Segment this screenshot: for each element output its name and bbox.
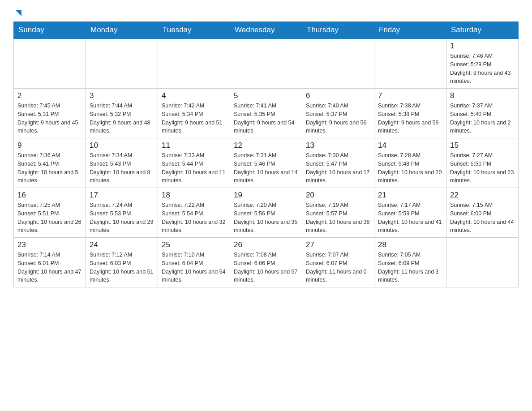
day-number: 18 bbox=[162, 191, 226, 200]
day-info: Sunrise: 7:15 AMSunset: 6:00 PMDaylight:… bbox=[450, 201, 515, 235]
column-header-tuesday: Tuesday bbox=[158, 22, 230, 39]
calendar-cell bbox=[14, 39, 86, 89]
day-number: 13 bbox=[306, 141, 370, 150]
calendar-cell: 11Sunrise: 7:33 AMSunset: 5:44 PMDayligh… bbox=[158, 138, 230, 188]
day-info: Sunrise: 7:30 AMSunset: 5:47 PMDaylight:… bbox=[306, 151, 370, 185]
column-header-friday: Friday bbox=[374, 22, 446, 39]
day-info: Sunrise: 7:42 AMSunset: 5:34 PMDaylight:… bbox=[162, 102, 226, 135]
calendar-week-row: 9Sunrise: 7:36 AMSunset: 5:41 PMDaylight… bbox=[14, 138, 519, 188]
calendar-cell: 20Sunrise: 7:19 AMSunset: 5:57 PMDayligh… bbox=[302, 188, 374, 238]
calendar-week-row: 23Sunrise: 7:14 AMSunset: 6:01 PMDayligh… bbox=[14, 238, 519, 287]
logo-triangle-icon bbox=[14, 9, 22, 17]
calendar-cell bbox=[86, 39, 158, 89]
day-info: Sunrise: 7:17 AMSunset: 5:59 PMDaylight:… bbox=[378, 201, 442, 235]
calendar-cell: 25Sunrise: 7:10 AMSunset: 6:04 PMDayligh… bbox=[158, 238, 230, 287]
svg-marker-0 bbox=[15, 10, 21, 16]
day-number: 11 bbox=[162, 141, 226, 150]
calendar-cell: 9Sunrise: 7:36 AMSunset: 5:41 PMDaylight… bbox=[14, 138, 86, 188]
day-info: Sunrise: 7:40 AMSunset: 5:37 PMDaylight:… bbox=[306, 102, 370, 135]
day-number: 23 bbox=[17, 240, 82, 249]
day-info: Sunrise: 7:08 AMSunset: 6:06 PMDaylight:… bbox=[234, 251, 298, 284]
day-info: Sunrise: 7:46 AMSunset: 5:29 PMDaylight:… bbox=[450, 52, 515, 86]
day-number: 22 bbox=[450, 191, 515, 200]
day-number: 7 bbox=[378, 91, 442, 100]
day-info: Sunrise: 7:10 AMSunset: 6:04 PMDaylight:… bbox=[162, 251, 226, 284]
day-number: 26 bbox=[234, 240, 298, 249]
day-number: 4 bbox=[162, 91, 226, 100]
day-info: Sunrise: 7:34 AMSunset: 5:43 PMDaylight:… bbox=[90, 151, 154, 185]
day-number: 14 bbox=[378, 141, 442, 150]
day-number: 10 bbox=[90, 141, 154, 150]
day-info: Sunrise: 7:33 AMSunset: 5:44 PMDaylight:… bbox=[162, 151, 226, 185]
day-info: Sunrise: 7:41 AMSunset: 5:35 PMDaylight:… bbox=[234, 102, 298, 135]
calendar-cell: 15Sunrise: 7:27 AMSunset: 5:50 PMDayligh… bbox=[446, 138, 519, 188]
day-info: Sunrise: 7:07 AMSunset: 6:07 PMDaylight:… bbox=[306, 251, 370, 284]
column-header-wednesday: Wednesday bbox=[230, 22, 302, 39]
calendar-cell: 19Sunrise: 7:20 AMSunset: 5:56 PMDayligh… bbox=[230, 188, 302, 238]
calendar-cell: 2Sunrise: 7:45 AMSunset: 5:31 PMDaylight… bbox=[14, 89, 86, 138]
logo bbox=[13, 9, 22, 17]
day-number: 1 bbox=[450, 42, 515, 51]
calendar-week-row: 16Sunrise: 7:25 AMSunset: 5:51 PMDayligh… bbox=[14, 188, 519, 238]
calendar-cell: 4Sunrise: 7:42 AMSunset: 5:34 PMDaylight… bbox=[158, 89, 230, 138]
calendar-cell: 14Sunrise: 7:28 AMSunset: 5:48 PMDayligh… bbox=[374, 138, 446, 188]
calendar-cell: 23Sunrise: 7:14 AMSunset: 6:01 PMDayligh… bbox=[14, 238, 86, 287]
day-number: 27 bbox=[306, 240, 370, 249]
calendar-cell: 10Sunrise: 7:34 AMSunset: 5:43 PMDayligh… bbox=[86, 138, 158, 188]
day-info: Sunrise: 7:24 AMSunset: 5:53 PMDaylight:… bbox=[90, 201, 154, 235]
calendar-cell bbox=[302, 39, 374, 89]
calendar-cell: 7Sunrise: 7:38 AMSunset: 5:38 PMDaylight… bbox=[374, 89, 446, 138]
day-number: 6 bbox=[306, 91, 370, 100]
day-number: 28 bbox=[378, 240, 442, 249]
calendar-cell: 28Sunrise: 7:05 AMSunset: 6:09 PMDayligh… bbox=[374, 238, 446, 287]
day-info: Sunrise: 7:05 AMSunset: 6:09 PMDaylight:… bbox=[378, 251, 442, 284]
column-header-thursday: Thursday bbox=[302, 22, 374, 39]
page-header bbox=[13, 9, 519, 17]
calendar-table: SundayMondayTuesdayWednesdayThursdayFrid… bbox=[13, 21, 519, 287]
calendar-header-row: SundayMondayTuesdayWednesdayThursdayFrid… bbox=[14, 22, 519, 39]
day-info: Sunrise: 7:45 AMSunset: 5:31 PMDaylight:… bbox=[17, 102, 82, 135]
calendar-cell: 27Sunrise: 7:07 AMSunset: 6:07 PMDayligh… bbox=[302, 238, 374, 287]
day-number: 21 bbox=[378, 191, 442, 200]
calendar-week-row: 1Sunrise: 7:46 AMSunset: 5:29 PMDaylight… bbox=[14, 39, 519, 89]
day-info: Sunrise: 7:36 AMSunset: 5:41 PMDaylight:… bbox=[17, 151, 82, 185]
column-header-saturday: Saturday bbox=[446, 22, 519, 39]
calendar-cell bbox=[446, 238, 519, 287]
calendar-cell: 16Sunrise: 7:25 AMSunset: 5:51 PMDayligh… bbox=[14, 188, 86, 238]
day-number: 9 bbox=[17, 141, 82, 150]
calendar-cell: 6Sunrise: 7:40 AMSunset: 5:37 PMDaylight… bbox=[302, 89, 374, 138]
day-number: 3 bbox=[90, 91, 154, 100]
day-number: 19 bbox=[234, 191, 298, 200]
day-number: 8 bbox=[450, 91, 515, 100]
day-info: Sunrise: 7:12 AMSunset: 6:03 PMDaylight:… bbox=[90, 251, 154, 284]
calendar-cell bbox=[158, 39, 230, 89]
calendar-cell: 5Sunrise: 7:41 AMSunset: 5:35 PMDaylight… bbox=[230, 89, 302, 138]
column-header-monday: Monday bbox=[86, 22, 158, 39]
calendar-cell: 22Sunrise: 7:15 AMSunset: 6:00 PMDayligh… bbox=[446, 188, 519, 238]
day-info: Sunrise: 7:37 AMSunset: 5:40 PMDaylight:… bbox=[450, 102, 515, 135]
calendar-cell: 26Sunrise: 7:08 AMSunset: 6:06 PMDayligh… bbox=[230, 238, 302, 287]
day-info: Sunrise: 7:31 AMSunset: 5:46 PMDaylight:… bbox=[234, 151, 298, 185]
calendar-week-row: 2Sunrise: 7:45 AMSunset: 5:31 PMDaylight… bbox=[14, 89, 519, 138]
day-info: Sunrise: 7:19 AMSunset: 5:57 PMDaylight:… bbox=[306, 201, 370, 235]
calendar-cell: 1Sunrise: 7:46 AMSunset: 5:29 PMDaylight… bbox=[446, 39, 519, 89]
calendar-cell: 3Sunrise: 7:44 AMSunset: 5:32 PMDaylight… bbox=[86, 89, 158, 138]
calendar-cell: 24Sunrise: 7:12 AMSunset: 6:03 PMDayligh… bbox=[86, 238, 158, 287]
day-info: Sunrise: 7:25 AMSunset: 5:51 PMDaylight:… bbox=[17, 201, 82, 235]
day-number: 20 bbox=[306, 191, 370, 200]
calendar-cell bbox=[230, 39, 302, 89]
calendar-cell bbox=[374, 39, 446, 89]
day-number: 25 bbox=[162, 240, 226, 249]
day-number: 24 bbox=[90, 240, 154, 249]
day-info: Sunrise: 7:20 AMSunset: 5:56 PMDaylight:… bbox=[234, 201, 298, 235]
day-number: 5 bbox=[234, 91, 298, 100]
day-info: Sunrise: 7:14 AMSunset: 6:01 PMDaylight:… bbox=[17, 251, 82, 284]
day-info: Sunrise: 7:28 AMSunset: 5:48 PMDaylight:… bbox=[378, 151, 442, 185]
day-info: Sunrise: 7:44 AMSunset: 5:32 PMDaylight:… bbox=[90, 102, 154, 135]
calendar-cell: 17Sunrise: 7:24 AMSunset: 5:53 PMDayligh… bbox=[86, 188, 158, 238]
calendar-cell: 13Sunrise: 7:30 AMSunset: 5:47 PMDayligh… bbox=[302, 138, 374, 188]
calendar-cell: 21Sunrise: 7:17 AMSunset: 5:59 PMDayligh… bbox=[374, 188, 446, 238]
calendar-cell: 12Sunrise: 7:31 AMSunset: 5:46 PMDayligh… bbox=[230, 138, 302, 188]
day-info: Sunrise: 7:22 AMSunset: 5:54 PMDaylight:… bbox=[162, 201, 226, 235]
day-info: Sunrise: 7:38 AMSunset: 5:38 PMDaylight:… bbox=[378, 102, 442, 135]
